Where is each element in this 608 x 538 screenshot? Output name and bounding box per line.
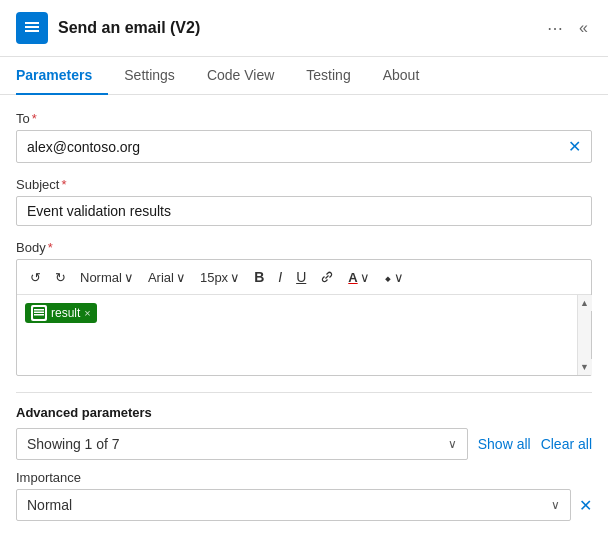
importance-label: Importance — [16, 470, 592, 485]
importance-value: Normal — [27, 497, 72, 513]
content-area: To * ✕ Subject * Body * ↺ — [0, 95, 608, 537]
importance-row: Normal ∨ ✕ — [16, 489, 592, 521]
showing-dropdown[interactable]: Showing 1 of 7 ∨ — [16, 428, 468, 460]
svg-rect-5 — [34, 309, 44, 311]
to-clear-icon[interactable]: ✕ — [568, 137, 581, 156]
app-icon — [16, 12, 48, 44]
font-dropdown[interactable]: Arial ∨ — [143, 267, 191, 288]
redo-button[interactable]: ↻ — [50, 267, 71, 288]
importance-dropdown[interactable]: Normal ∨ — [16, 489, 571, 521]
importance-dropdown-arrow: ∨ — [551, 498, 560, 512]
to-input-wrapper: ✕ — [16, 130, 592, 163]
header-actions: ⋯ « — [543, 15, 592, 42]
tab-settings[interactable]: Settings — [108, 57, 191, 95]
body-required: * — [48, 240, 53, 255]
font-color-dropdown[interactable]: A ∨ — [343, 267, 374, 288]
body-label: Body * — [16, 240, 592, 255]
body-editor: ↺ ↻ Normal ∨ Arial ∨ 15px ∨ B — [16, 259, 592, 376]
subject-input-wrapper — [16, 196, 592, 226]
subject-input[interactable] — [27, 203, 581, 219]
subject-field-group: Subject * — [16, 177, 592, 226]
token-icon — [31, 305, 47, 321]
importance-close-icon[interactable]: ✕ — [579, 496, 592, 515]
svg-rect-6 — [34, 312, 44, 314]
editor-scrollbar-area: result × ▲ ▼ — [17, 295, 591, 375]
underline-button[interactable]: U — [291, 266, 311, 288]
tab-testing[interactable]: Testing — [290, 57, 366, 95]
scroll-up-button[interactable]: ▲ — [578, 295, 592, 311]
body-field-group: Body * ↺ ↻ Normal ∨ Arial ∨ — [16, 240, 592, 376]
header: Send an email (V2) ⋯ « — [0, 0, 608, 57]
to-required: * — [32, 111, 37, 126]
editor-main[interactable]: result × — [17, 295, 577, 375]
bold-button[interactable]: B — [249, 266, 269, 288]
token-label: result — [51, 306, 80, 320]
size-dropdown[interactable]: 15px ∨ — [195, 267, 245, 288]
importance-select-wrapper: Normal ∨ — [16, 489, 571, 521]
clear-all-button[interactable]: Clear all — [541, 436, 592, 452]
result-token[interactable]: result × — [25, 303, 97, 323]
tab-bar: Parameters Settings Code View Testing Ab… — [0, 57, 608, 95]
subject-required: * — [61, 177, 66, 192]
svg-rect-7 — [34, 314, 44, 316]
token-close-button[interactable]: × — [84, 307, 90, 319]
to-label: To * — [16, 111, 592, 126]
svg-rect-3 — [25, 22, 39, 24]
to-field-group: To * ✕ — [16, 111, 592, 163]
tab-code-view[interactable]: Code View — [191, 57, 290, 95]
show-all-button[interactable]: Show all — [478, 436, 531, 452]
editor-scrollbar: ▲ ▼ — [577, 295, 591, 375]
editor-content[interactable]: result × — [17, 295, 577, 375]
link-button[interactable] — [315, 267, 339, 287]
more-options-button[interactable]: ⋯ — [543, 15, 567, 42]
showing-dropdown-arrow: ∨ — [448, 437, 457, 451]
scroll-down-button[interactable]: ▼ — [578, 359, 592, 375]
svg-rect-2 — [25, 30, 39, 32]
advanced-section: Advanced parameters Showing 1 of 7 ∨ Sho… — [16, 392, 592, 521]
to-input[interactable] — [27, 139, 568, 155]
subject-label: Subject * — [16, 177, 592, 192]
style-dropdown[interactable]: Normal ∨ — [75, 267, 139, 288]
tab-about[interactable]: About — [367, 57, 436, 95]
advanced-select-wrapper: Showing 1 of 7 ∨ — [16, 428, 468, 460]
header-left: Send an email (V2) — [16, 12, 200, 44]
advanced-parameters-header: Advanced parameters — [16, 405, 592, 420]
scroll-track — [578, 311, 591, 359]
highlight-dropdown[interactable]: ⬥ ∨ — [379, 267, 409, 288]
italic-button[interactable]: I — [273, 266, 287, 288]
svg-rect-1 — [25, 26, 39, 28]
window-title: Send an email (V2) — [58, 19, 200, 37]
advanced-row: Showing 1 of 7 ∨ Show all Clear all — [16, 428, 592, 460]
showing-label: Showing 1 of 7 — [27, 436, 120, 452]
collapse-button[interactable]: « — [575, 15, 592, 41]
body-toolbar: ↺ ↻ Normal ∨ Arial ∨ 15px ∨ B — [17, 260, 591, 295]
tab-parameters[interactable]: Parameters — [16, 57, 108, 95]
undo-button[interactable]: ↺ — [25, 267, 46, 288]
